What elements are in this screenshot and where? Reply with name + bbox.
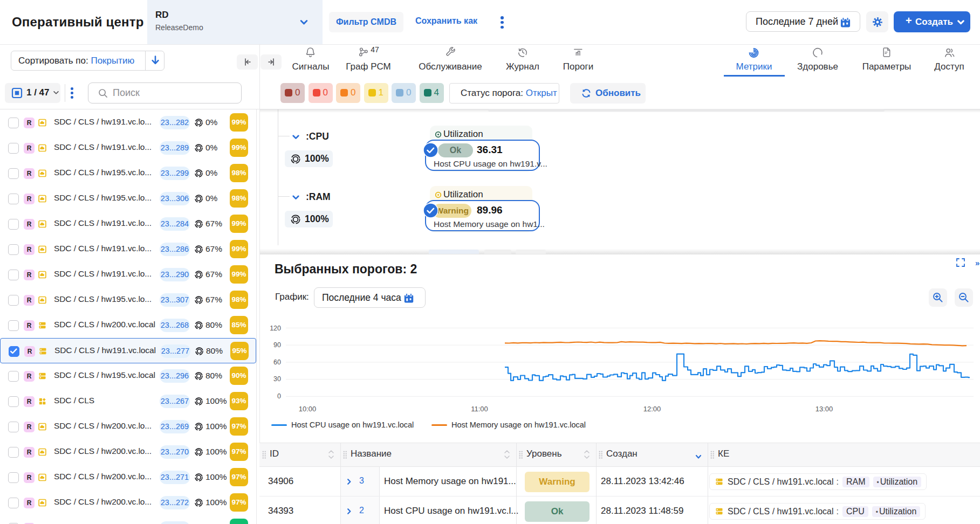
svg-text:13:00: 13:00 — [815, 405, 833, 413]
svg-text:0: 0 — [277, 392, 281, 400]
svg-text:90: 90 — [273, 341, 281, 349]
svg-text:120: 120 — [270, 325, 281, 332]
svg-text:30: 30 — [273, 375, 281, 383]
svg-text:60: 60 — [273, 358, 281, 366]
svg-text:12:00: 12:00 — [643, 405, 661, 413]
svg-text:10:00: 10:00 — [299, 405, 317, 413]
svg-text:11:00: 11:00 — [471, 405, 488, 413]
